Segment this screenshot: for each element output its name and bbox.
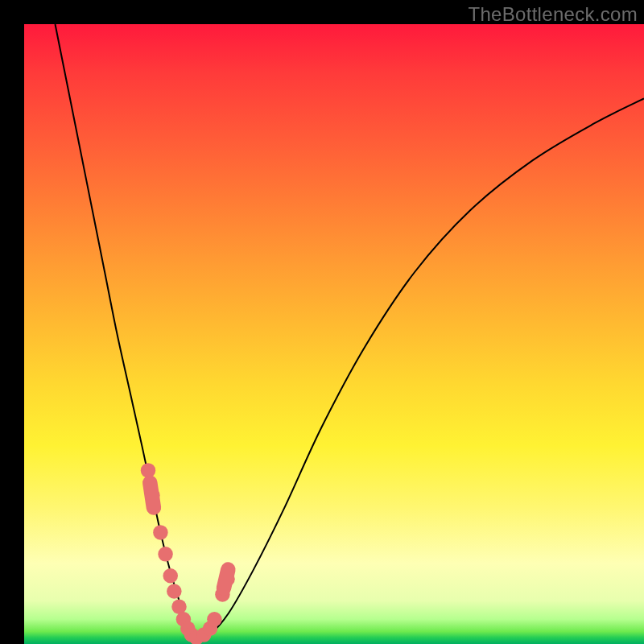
chart-frame: TheBottleneck.com (0, 0, 644, 644)
highlight-pill (150, 483, 154, 508)
highlight-pill (224, 570, 228, 588)
highlight-point (153, 525, 167, 539)
highlight-point (163, 568, 177, 583)
highlight-point (207, 612, 221, 626)
bottleneck-curve (56, 24, 645, 641)
highlight-point (158, 547, 172, 561)
watermark-text: TheBottleneck.com (468, 3, 638, 26)
highlight-point (167, 584, 181, 598)
curve-layer (24, 24, 644, 644)
plot-area (24, 24, 644, 644)
